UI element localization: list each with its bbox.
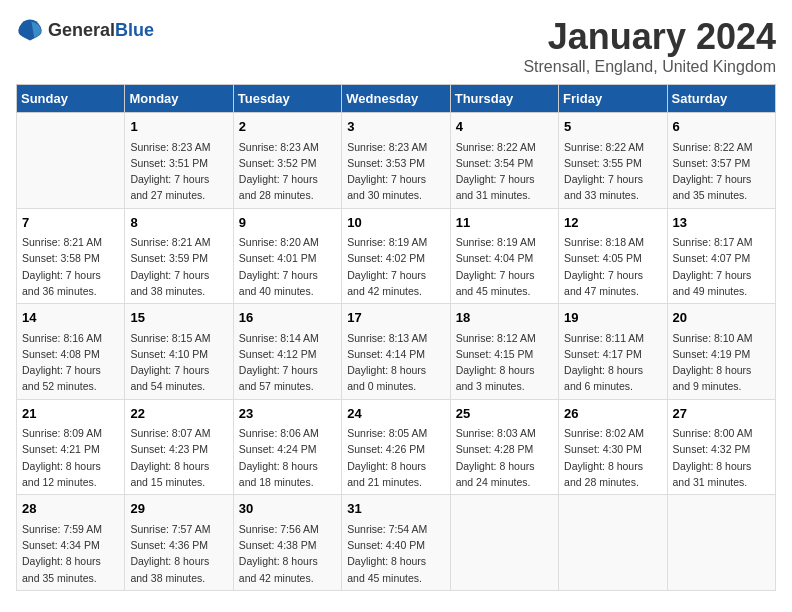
calendar-header-row: Sunday Monday Tuesday Wednesday Thursday… xyxy=(17,85,776,113)
day-number: 10 xyxy=(347,213,444,233)
col-friday: Friday xyxy=(559,85,667,113)
sunrise: Sunrise: 8:14 AM xyxy=(239,332,319,344)
sunrise: Sunrise: 7:59 AM xyxy=(22,523,102,535)
day-number: 15 xyxy=(130,308,227,328)
table-row: 12 Sunrise: 8:18 AM Sunset: 4:05 PM Dayl… xyxy=(559,208,667,304)
day-info: Sunrise: 8:05 AM Sunset: 4:26 PM Dayligh… xyxy=(347,425,444,490)
day-number: 28 xyxy=(22,499,119,519)
daylight: Daylight: 8 hours and 38 minutes. xyxy=(130,555,209,583)
sunrise: Sunrise: 8:19 AM xyxy=(347,236,427,248)
day-number: 22 xyxy=(130,404,227,424)
sunrise: Sunrise: 8:02 AM xyxy=(564,427,644,439)
table-row xyxy=(17,113,125,209)
daylight: Daylight: 7 hours and 49 minutes. xyxy=(673,269,752,297)
daylight: Daylight: 8 hours and 45 minutes. xyxy=(347,555,426,583)
day-number: 27 xyxy=(673,404,770,424)
sunset: Sunset: 3:53 PM xyxy=(347,157,425,169)
sunset: Sunset: 4:38 PM xyxy=(239,539,317,551)
day-number: 20 xyxy=(673,308,770,328)
day-number: 2 xyxy=(239,117,336,137)
logo-general: General xyxy=(48,20,115,40)
table-row: 29 Sunrise: 7:57 AM Sunset: 4:36 PM Dayl… xyxy=(125,495,233,591)
day-info: Sunrise: 8:22 AM Sunset: 3:54 PM Dayligh… xyxy=(456,139,553,204)
day-number: 14 xyxy=(22,308,119,328)
daylight: Daylight: 7 hours and 45 minutes. xyxy=(456,269,535,297)
sunset: Sunset: 4:36 PM xyxy=(130,539,208,551)
sunrise: Sunrise: 8:23 AM xyxy=(130,141,210,153)
day-info: Sunrise: 8:17 AM Sunset: 4:07 PM Dayligh… xyxy=(673,234,770,299)
daylight: Daylight: 7 hours and 31 minutes. xyxy=(456,173,535,201)
table-row: 17 Sunrise: 8:13 AM Sunset: 4:14 PM Dayl… xyxy=(342,304,450,400)
col-tuesday: Tuesday xyxy=(233,85,341,113)
sunset: Sunset: 4:07 PM xyxy=(673,252,751,264)
sunset: Sunset: 4:14 PM xyxy=(347,348,425,360)
table-row: 20 Sunrise: 8:10 AM Sunset: 4:19 PM Dayl… xyxy=(667,304,775,400)
sunrise: Sunrise: 8:21 AM xyxy=(130,236,210,248)
sunrise: Sunrise: 8:23 AM xyxy=(239,141,319,153)
daylight: Daylight: 7 hours and 28 minutes. xyxy=(239,173,318,201)
sunrise: Sunrise: 7:56 AM xyxy=(239,523,319,535)
day-info: Sunrise: 8:14 AM Sunset: 4:12 PM Dayligh… xyxy=(239,330,336,395)
col-sunday: Sunday xyxy=(17,85,125,113)
sunset: Sunset: 3:57 PM xyxy=(673,157,751,169)
sunrise: Sunrise: 8:03 AM xyxy=(456,427,536,439)
sunrise: Sunrise: 8:09 AM xyxy=(22,427,102,439)
day-info: Sunrise: 8:09 AM Sunset: 4:21 PM Dayligh… xyxy=(22,425,119,490)
sunset: Sunset: 4:04 PM xyxy=(456,252,534,264)
sunset: Sunset: 4:05 PM xyxy=(564,252,642,264)
sunset: Sunset: 4:26 PM xyxy=(347,443,425,455)
daylight: Daylight: 8 hours and 31 minutes. xyxy=(673,460,752,488)
daylight: Daylight: 8 hours and 3 minutes. xyxy=(456,364,535,392)
daylight: Daylight: 8 hours and 6 minutes. xyxy=(564,364,643,392)
sunset: Sunset: 4:19 PM xyxy=(673,348,751,360)
day-info: Sunrise: 8:03 AM Sunset: 4:28 PM Dayligh… xyxy=(456,425,553,490)
day-number: 5 xyxy=(564,117,661,137)
table-row: 8 Sunrise: 8:21 AM Sunset: 3:59 PM Dayli… xyxy=(125,208,233,304)
table-row: 13 Sunrise: 8:17 AM Sunset: 4:07 PM Dayl… xyxy=(667,208,775,304)
day-number: 18 xyxy=(456,308,553,328)
day-number: 9 xyxy=(239,213,336,233)
sunrise: Sunrise: 8:12 AM xyxy=(456,332,536,344)
sunset: Sunset: 3:58 PM xyxy=(22,252,100,264)
day-number: 8 xyxy=(130,213,227,233)
sunset: Sunset: 3:55 PM xyxy=(564,157,642,169)
table-row: 16 Sunrise: 8:14 AM Sunset: 4:12 PM Dayl… xyxy=(233,304,341,400)
col-monday: Monday xyxy=(125,85,233,113)
col-saturday: Saturday xyxy=(667,85,775,113)
table-row: 1 Sunrise: 8:23 AM Sunset: 3:51 PM Dayli… xyxy=(125,113,233,209)
day-info: Sunrise: 7:54 AM Sunset: 4:40 PM Dayligh… xyxy=(347,521,444,586)
day-number: 7 xyxy=(22,213,119,233)
day-number: 13 xyxy=(673,213,770,233)
daylight: Daylight: 7 hours and 52 minutes. xyxy=(22,364,101,392)
sunrise: Sunrise: 8:13 AM xyxy=(347,332,427,344)
day-info: Sunrise: 7:57 AM Sunset: 4:36 PM Dayligh… xyxy=(130,521,227,586)
logo-icon xyxy=(16,16,44,44)
day-info: Sunrise: 8:11 AM Sunset: 4:17 PM Dayligh… xyxy=(564,330,661,395)
sunset: Sunset: 4:17 PM xyxy=(564,348,642,360)
daylight: Daylight: 7 hours and 40 minutes. xyxy=(239,269,318,297)
day-info: Sunrise: 8:23 AM Sunset: 3:53 PM Dayligh… xyxy=(347,139,444,204)
day-number: 4 xyxy=(456,117,553,137)
daylight: Daylight: 8 hours and 21 minutes. xyxy=(347,460,426,488)
table-row: 21 Sunrise: 8:09 AM Sunset: 4:21 PM Dayl… xyxy=(17,399,125,495)
table-row: 7 Sunrise: 8:21 AM Sunset: 3:58 PM Dayli… xyxy=(17,208,125,304)
day-number: 21 xyxy=(22,404,119,424)
daylight: Daylight: 7 hours and 36 minutes. xyxy=(22,269,101,297)
sunset: Sunset: 4:23 PM xyxy=(130,443,208,455)
sunrise: Sunrise: 8:00 AM xyxy=(673,427,753,439)
sunset: Sunset: 3:54 PM xyxy=(456,157,534,169)
sunset: Sunset: 4:28 PM xyxy=(456,443,534,455)
sunset: Sunset: 4:32 PM xyxy=(673,443,751,455)
col-thursday: Thursday xyxy=(450,85,558,113)
day-info: Sunrise: 8:23 AM Sunset: 3:52 PM Dayligh… xyxy=(239,139,336,204)
sunset: Sunset: 4:08 PM xyxy=(22,348,100,360)
table-row: 27 Sunrise: 8:00 AM Sunset: 4:32 PM Dayl… xyxy=(667,399,775,495)
sunrise: Sunrise: 8:05 AM xyxy=(347,427,427,439)
daylight: Daylight: 8 hours and 24 minutes. xyxy=(456,460,535,488)
day-info: Sunrise: 8:23 AM Sunset: 3:51 PM Dayligh… xyxy=(130,139,227,204)
table-row xyxy=(450,495,558,591)
table-row: 10 Sunrise: 8:19 AM Sunset: 4:02 PM Dayl… xyxy=(342,208,450,304)
table-row: 31 Sunrise: 7:54 AM Sunset: 4:40 PM Dayl… xyxy=(342,495,450,591)
day-info: Sunrise: 8:06 AM Sunset: 4:24 PM Dayligh… xyxy=(239,425,336,490)
day-info: Sunrise: 8:22 AM Sunset: 3:57 PM Dayligh… xyxy=(673,139,770,204)
